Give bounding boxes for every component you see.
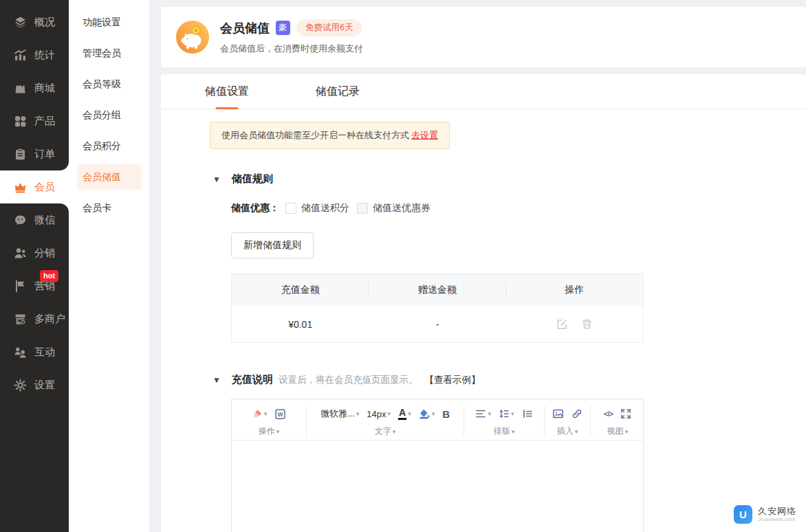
tab-stored-value-settings[interactable]: 储值设置 <box>205 74 249 109</box>
table-row: ¥0.01 - <box>232 306 643 342</box>
sidebar-item-settings[interactable]: 设置 <box>0 368 69 401</box>
toolbar-group-insert: 插入▾ <box>545 404 590 438</box>
col-header-recharge-amount: 充值金额 <box>232 284 369 296</box>
fullscreen-icon[interactable] <box>620 408 631 419</box>
dropdown-caret-icon: ▾ <box>264 410 268 417</box>
cell-recharge-amount: ¥0.01 <box>232 319 369 330</box>
submenu-item-member-level[interactable]: 会员等级 <box>69 69 149 100</box>
toolbar-group-label[interactable]: 操作▾ <box>259 423 280 438</box>
promo-options-row: 储值优惠： 储值送积分 储值送优惠券 <box>231 202 806 214</box>
line-height-icon[interactable]: ▾ <box>499 408 514 419</box>
sidebar-item-label: 微信 <box>34 214 55 227</box>
add-rule-button[interactable]: 新增储值规则 <box>231 232 314 258</box>
toolbar-group-label[interactable]: 插入▾ <box>557 423 578 438</box>
sidebar-item-product[interactable]: 产品 <box>0 104 69 137</box>
checkbox-icon[interactable] <box>357 203 368 214</box>
rules-table: 充值金额 赠送金额 操作 ¥0.01 - <box>231 274 644 343</box>
sidebar-item-stats[interactable]: 统计 <box>0 38 69 71</box>
collapse-caret-icon[interactable]: ▼ <box>213 376 221 384</box>
toolbar-group-actions: ▾ W 操作▾ <box>232 404 306 438</box>
submenu-item-feature-settings[interactable]: 功能设置 <box>69 7 149 38</box>
insert-image-icon[interactable] <box>552 408 564 419</box>
wechat-icon <box>14 214 27 227</box>
rich-text-editor: ▾ W 操作▾ 微软雅...▾ 14p <box>231 399 644 532</box>
sidebar-item-label: 互动 <box>34 346 55 359</box>
sidebar-item-label: 统计 <box>34 49 55 62</box>
submenu-item-member-card[interactable]: 会员卡 <box>69 192 149 223</box>
member-crown-icon <box>14 181 27 194</box>
submenu-item-member-stored-value[interactable]: 会员储值 <box>77 164 141 190</box>
notice-text: 使用会员储值功能需至少开启一种在线支付方式 <box>221 130 409 140</box>
word-import-icon[interactable]: W <box>274 408 286 420</box>
cell-actions <box>506 318 643 330</box>
marketing-flag-icon <box>14 280 27 293</box>
edition-badge: 豪 <box>276 21 290 35</box>
insert-link-icon[interactable] <box>571 408 582 419</box>
submenu-item-member-points[interactable]: 会员积分 <box>69 131 149 162</box>
checkbox-points-gift[interactable]: 储值送积分 <box>285 202 349 214</box>
primary-sidebar: 概况 统计 商城 产品 订单 会员 微信 分销 hot <box>0 0 69 532</box>
tab-stored-value-records[interactable]: 储值记录 <box>316 74 360 109</box>
view-example-link[interactable]: 【查看示例】 <box>424 374 480 386</box>
sidebar-item-label: 设置 <box>34 379 55 392</box>
submenu-item-member-group[interactable]: 会员分组 <box>69 100 149 131</box>
rules-section-title: 储值规则 <box>232 173 273 186</box>
checkbox-label: 储值送优惠券 <box>373 202 431 214</box>
toolbar-group-label[interactable]: 文字▾ <box>375 423 396 438</box>
hot-badge: hot <box>40 270 58 282</box>
indent-icon[interactable] <box>522 408 533 419</box>
sidebar-item-interaction[interactable]: 互动 <box>0 335 69 368</box>
note-section-title: 充值说明 <box>232 373 273 386</box>
table-header-row: 充值金额 赠送金额 操作 <box>232 274 643 306</box>
svg-text:W: W <box>278 411 284 418</box>
background-color-icon[interactable]: ▾ <box>419 408 435 419</box>
eraser-icon[interactable]: ▾ <box>252 408 268 419</box>
source-code-icon[interactable]: </> <box>604 410 613 418</box>
layers-icon <box>14 16 27 29</box>
font-color-icon[interactable]: A▾ <box>398 408 411 420</box>
sidebar-item-label: 订单 <box>34 148 55 161</box>
toolbar-group-layout: ▾ ▾ 排版▾ <box>464 404 544 438</box>
collapse-caret-icon[interactable]: ▼ <box>213 175 221 184</box>
page-header-card: ¥ 会员储值 豪 免费试用6天 会员储值后，在消费时使用余额支付 <box>161 7 806 67</box>
toolbar-group-label[interactable]: 视图▾ <box>607 423 629 438</box>
sidebar-item-marketing[interactable]: hot 营销 <box>0 269 69 302</box>
interaction-icon <box>14 346 27 359</box>
sidebar-item-member[interactable]: 会员 <box>0 170 69 203</box>
checkbox-icon[interactable] <box>285 203 296 214</box>
bold-icon[interactable]: B <box>442 408 450 420</box>
trial-badge: 免费试用6天 <box>296 19 362 36</box>
product-icon <box>14 115 27 128</box>
sidebar-item-wechat[interactable]: 微信 <box>0 203 69 236</box>
align-icon[interactable]: ▾ <box>475 408 491 419</box>
edit-icon[interactable] <box>556 318 568 330</box>
cell-gift-amount: - <box>369 319 505 330</box>
multi-store-icon <box>14 313 27 326</box>
distribution-icon <box>14 247 27 260</box>
mall-icon <box>14 82 27 95</box>
checkbox-coupon-gift[interactable]: 储值送优惠券 <box>357 202 431 214</box>
page-subtitle: 会员储值后，在消费时使用余额支付 <box>220 43 363 55</box>
checkbox-label: 储值送积分 <box>301 202 349 214</box>
note-section-header: ▼ 充值说明 设置后，将在会员充值页面显示。 【查看示例】 <box>161 373 806 386</box>
promo-label: 储值优惠： <box>231 202 279 214</box>
toolbar-group-view: </> 视图▾ <box>591 404 644 438</box>
sidebar-item-mall[interactable]: 商城 <box>0 71 69 104</box>
sidebar-item-overview[interactable]: 概况 <box>0 5 69 38</box>
sidebar-item-label: 会员 <box>34 181 55 194</box>
page-title: 会员储值 <box>220 20 270 36</box>
toolbar-group-text: 微软雅...▾ 14px▾ A▾ ▾ B <box>307 404 464 438</box>
col-header-gift-amount: 赠送金额 <box>369 284 505 296</box>
editor-content-area[interactable] <box>232 441 643 532</box>
go-setup-link[interactable]: 去设置 <box>411 130 438 140</box>
sidebar-item-label: 分销 <box>34 247 55 260</box>
secondary-sidebar: 功能设置 管理会员 会员等级 会员分组 会员积分 会员储值 会员卡 <box>69 0 149 532</box>
font-family-dropdown[interactable]: 微软雅...▾ <box>320 408 359 420</box>
submenu-item-manage-members[interactable]: 管理会员 <box>69 38 149 69</box>
delete-icon[interactable] <box>581 318 593 330</box>
font-size-dropdown[interactable]: 14px▾ <box>367 409 391 419</box>
sidebar-item-label: 概况 <box>34 16 55 29</box>
sidebar-item-distribution[interactable]: 分销 <box>0 236 69 269</box>
sidebar-item-multistore[interactable]: 多商户 <box>0 302 69 335</box>
toolbar-group-label[interactable]: 排版▾ <box>494 423 515 438</box>
